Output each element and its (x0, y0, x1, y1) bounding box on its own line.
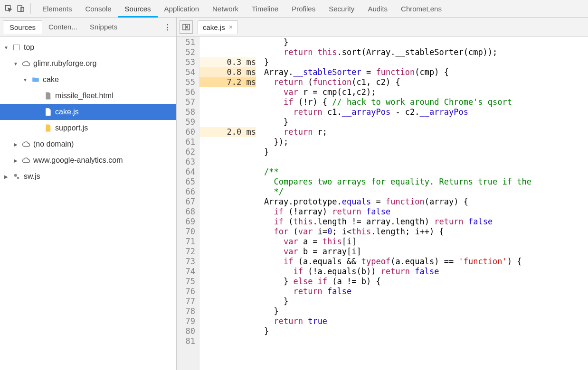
chevron-right-icon: ▶ (12, 142, 19, 147)
chevron-down-icon: ▼ (12, 61, 19, 66)
file-icon (43, 92, 53, 100)
tree-label: www.google-analytics.com (33, 156, 123, 165)
chevron-right-icon: ▶ (3, 174, 9, 179)
tree-ga[interactable]: ▶ www.google-analytics.com (0, 152, 176, 168)
tab-audits[interactable]: Audits (361, 0, 394, 17)
device-toggle-icon[interactable] (16, 4, 26, 13)
tab-security[interactable]: Security (322, 0, 361, 17)
editor-panel: cake.js × 515253545556575859606162636465… (177, 18, 588, 370)
tree-label: top (24, 43, 34, 52)
tab-network[interactable]: Network (206, 0, 245, 17)
chevron-down-icon: ▼ (22, 77, 28, 83)
divider (30, 3, 31, 14)
line-number-gutter: 5152535455565758596061626364656667686970… (177, 37, 199, 370)
close-icon[interactable]: × (229, 23, 233, 31)
cloud-icon (21, 140, 31, 148)
nav-tab-content[interactable]: Conten... (42, 20, 84, 33)
svg-point-3 (14, 174, 17, 177)
tree-file-support[interactable]: support.js (0, 120, 176, 136)
tree-label: missile_fleet.html (55, 92, 114, 100)
tree-label: cake (43, 75, 59, 84)
tab-profiles[interactable]: Profiles (285, 0, 322, 17)
cloud-icon (21, 59, 31, 68)
tab-console[interactable]: Console (79, 0, 118, 17)
timing-gutter: 0.3 ms0.8 ms7.2 ms2.0 ms (199, 37, 261, 370)
file-tree: ▼ top ▼ glimr.rubyforge.org ▼ cake (0, 37, 176, 370)
editor-tabstrip: cake.js × (177, 18, 588, 37)
frame-icon (11, 45, 22, 50)
svg-point-4 (17, 177, 19, 179)
file-icon (43, 108, 53, 116)
tab-sources[interactable]: Sources (118, 0, 158, 17)
navigator-panel: Sources Conten... Snippets ⋮ ▼ top ▼ gli… (0, 18, 177, 370)
toggle-navigator-icon[interactable] (180, 20, 193, 34)
svg-rect-1 (18, 6, 22, 11)
tree-frame-top[interactable]: ▼ top (0, 39, 176, 56)
cloud-icon (21, 156, 31, 165)
tab-timeline[interactable]: Timeline (245, 0, 285, 17)
inspect-icon[interactable] (4, 4, 13, 13)
tab-chromelens[interactable]: ChromeLens (394, 0, 448, 17)
editor-tab-label: cake.js (203, 23, 225, 31)
tab-application[interactable]: Application (158, 0, 206, 17)
chevron-right-icon: ▶ (12, 158, 19, 163)
tree-label: glimr.rubyforge.org (33, 59, 96, 68)
nav-more-icon[interactable]: ⋮ (164, 23, 171, 31)
tree-sw[interactable]: ▶ sw.js (0, 168, 176, 185)
chevron-down-icon: ▼ (3, 45, 9, 50)
nav-tab-sources[interactable]: Sources (3, 20, 42, 34)
tree-domain[interactable]: ▼ glimr.rubyforge.org (0, 56, 176, 72)
tree-folder-cake[interactable]: ▼ cake (0, 72, 176, 88)
tree-nodomain[interactable]: ▶ (no domain) (0, 136, 176, 152)
code-editor[interactable]: 5152535455565758596061626364656667686970… (177, 37, 588, 370)
tree-label: cake.js (55, 108, 79, 116)
tab-elements[interactable]: Elements (36, 0, 79, 17)
navigator-tabs: Sources Conten... Snippets ⋮ (0, 18, 176, 37)
editor-tab-cake[interactable]: cake.js × (198, 20, 238, 34)
tree-label: (no domain) (33, 140, 74, 148)
folder-icon (30, 75, 41, 84)
devtools-top-tabs: Elements Console Sources Application Net… (0, 0, 588, 18)
tree-file-missile[interactable]: missile_fleet.html (0, 88, 176, 104)
code-content[interactable]: } return this.sort(Array.__stableSorter(… (261, 37, 588, 370)
gears-icon (11, 172, 22, 181)
tree-label: support.js (55, 124, 88, 132)
nav-tab-snippets[interactable]: Snippets (84, 20, 123, 33)
tree-label: sw.js (24, 172, 40, 181)
tree-file-cake[interactable]: cake.js (0, 104, 176, 120)
file-icon (43, 124, 53, 132)
